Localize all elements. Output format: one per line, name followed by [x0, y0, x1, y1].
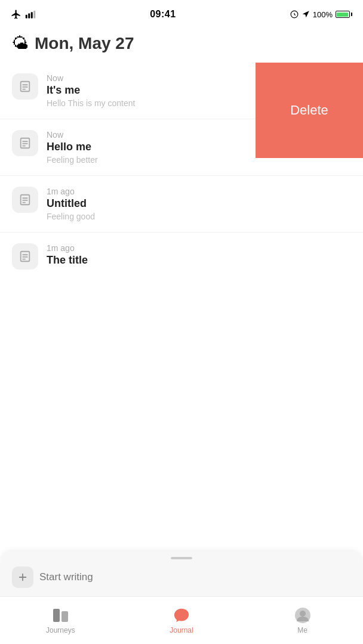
- compose-handle: [171, 557, 192, 559]
- me-avatar-icon: [294, 607, 311, 624]
- status-time: 09:41: [150, 9, 176, 20]
- entry-content-2: 1m ago Untitled Feeling good: [47, 187, 351, 221]
- me-label: Me: [297, 626, 307, 634]
- sun-icon: 🌤: [12, 33, 29, 53]
- entry-title-3: The title: [47, 254, 351, 267]
- table-row[interactable]: 1m ago Untitled Feeling good: [0, 176, 363, 233]
- compose-input[interactable]: [39, 571, 351, 583]
- lock-icon: [290, 10, 299, 18]
- signal-icon: [25, 10, 36, 18]
- svg-rect-0: [26, 15, 27, 18]
- bottom-nav: Journeys Journal Me: [0, 596, 363, 644]
- note-icon: [19, 80, 32, 93]
- compose-row: [12, 566, 351, 588]
- battery-percent: 100%: [313, 10, 333, 19]
- battery-icon: [336, 11, 352, 18]
- note-icon: [19, 193, 32, 206]
- entry-preview-2: Feeling good: [47, 212, 351, 221]
- note-icon: [19, 137, 32, 150]
- entry-time-3: 1m ago: [47, 243, 351, 253]
- airplane-icon: [11, 9, 21, 20]
- status-bar: 09:41 100%: [0, 0, 363, 26]
- journal-bubble-icon: [173, 607, 190, 624]
- svg-point-25: [300, 611, 306, 617]
- entry-content-3: 1m ago The title: [47, 243, 351, 268]
- entry-icon-2: [12, 187, 38, 213]
- main-content: Delete Now It's me Hello This is my cont…: [0, 63, 363, 286]
- navigation-icon: [302, 10, 310, 18]
- compose-plus-button[interactable]: [12, 566, 33, 588]
- table-row[interactable]: 1m ago The title: [0, 233, 363, 280]
- entry-time-2: 1m ago: [47, 187, 351, 196]
- header: 🌤 Mon, May 27: [0, 26, 363, 63]
- status-left: [11, 9, 36, 20]
- entry-icon-0: [12, 73, 38, 100]
- sidebar-item-journal[interactable]: Journal: [121, 607, 242, 634]
- sidebar-item-journeys[interactable]: Journeys: [0, 607, 121, 634]
- me-icon: [294, 607, 311, 624]
- svg-marker-5: [302, 11, 309, 17]
- svg-rect-3: [33, 11, 35, 18]
- header-date: Mon, May 27: [35, 34, 134, 53]
- entry-icon-1: [12, 130, 38, 156]
- journeys-label: Journeys: [46, 626, 75, 634]
- note-icon: [19, 250, 32, 263]
- svg-rect-2: [31, 12, 33, 18]
- delete-label: Delete: [290, 103, 328, 118]
- entry-icon-3: [12, 243, 38, 270]
- sidebar-item-me[interactable]: Me: [242, 607, 363, 634]
- entry-title-2: Untitled: [47, 197, 351, 210]
- journal-label: Journal: [170, 626, 193, 634]
- plus-icon: [17, 572, 28, 583]
- svg-rect-1: [28, 14, 30, 18]
- compose-area: [0, 551, 363, 596]
- journal-icon: [173, 607, 190, 624]
- journeys-icon: [52, 607, 69, 624]
- status-right: 100%: [290, 10, 352, 19]
- delete-button[interactable]: Delete: [256, 63, 363, 158]
